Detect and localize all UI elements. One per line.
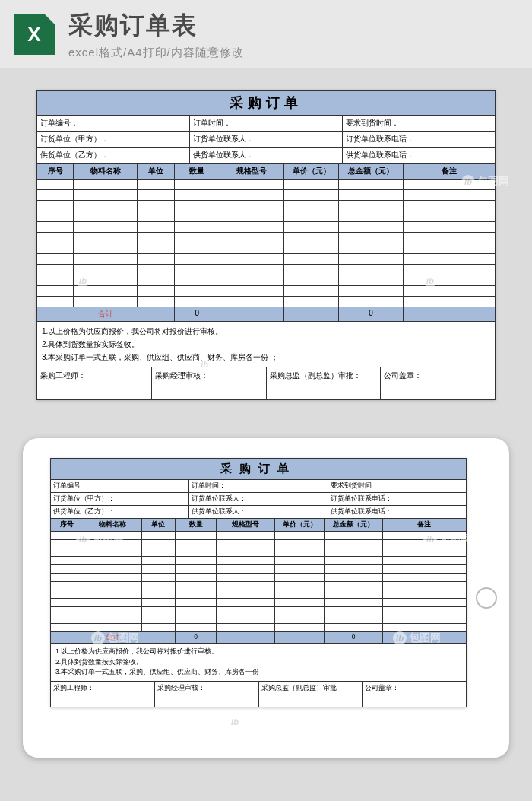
table-header: 序号 物料名称 单位 数量 规格型号 单价（元） 总金额（元） 备注 (37, 164, 495, 180)
table-cell (138, 211, 174, 221)
table-cell (176, 615, 217, 623)
table-cell (339, 297, 403, 307)
table-cell (51, 532, 84, 539)
table-cell (51, 615, 84, 623)
table-cell (217, 582, 274, 590)
table-cell (142, 590, 176, 598)
tablet-info-row-0: 订单编号： 订单时间： 要求到货时间： (51, 480, 466, 493)
note-1: 1.以上价格为供应商报价，我公司将对报价进行审核。 (42, 325, 490, 338)
t-col-qty: 数量 (176, 519, 217, 531)
table-row (51, 582, 466, 590)
table-cell (74, 180, 138, 189)
t-supplier-unit: 供货单位（乙方）： (51, 506, 189, 518)
table-cell (142, 548, 176, 556)
banner-text: 采购订单表 excel格式/A4打印/内容随意修改 (68, 9, 518, 60)
table-row (37, 211, 495, 222)
table-cell (138, 180, 174, 189)
table-cell (74, 265, 138, 275)
table-cell (275, 607, 325, 615)
table-cell (383, 615, 466, 623)
table-cell (84, 540, 142, 548)
total-qty: 0 (175, 307, 220, 321)
table-cell (404, 233, 495, 243)
table-cell (275, 548, 325, 556)
table-cell (37, 201, 74, 211)
table-cell (37, 222, 74, 232)
table-cell (220, 190, 284, 200)
table-cell (84, 615, 142, 623)
table-row (51, 599, 466, 607)
table-row (37, 180, 495, 190)
table-cell (74, 286, 138, 296)
col-name: 物料名称 (74, 164, 138, 179)
tablet-preview: 采购订单 订单编号： 订单时间： 要求到货时间： 订货单位（甲方）： 订货单位联… (23, 438, 509, 758)
total-price-blank (284, 307, 339, 321)
t-order-time: 订单时间： (189, 480, 328, 492)
table-cell (175, 201, 220, 211)
table-cell (138, 243, 174, 253)
table-cell (325, 607, 382, 615)
table-cell (339, 265, 403, 275)
table-cell (404, 275, 495, 285)
banner-subtitle: excel格式/A4打印/内容随意修改 (68, 46, 518, 60)
t-total-spec-blank (217, 632, 274, 643)
t-sig-stamp: 公司盖章： (363, 682, 466, 707)
table-cell (74, 201, 138, 211)
t-total-amount: 0 (325, 632, 382, 643)
table-cell (175, 275, 220, 285)
table-cell (404, 222, 495, 232)
table-cell (84, 599, 142, 606)
table-cell (339, 201, 403, 211)
table-cell (339, 180, 403, 189)
total-amount: 0 (339, 307, 403, 321)
table-cell (176, 574, 217, 581)
table-cell (325, 565, 382, 573)
table-cell (84, 590, 142, 598)
t-buyer-phone: 订货单位联系电话： (328, 493, 466, 505)
table-row (37, 222, 495, 233)
note-2: 2.具体到货数量按实际签收。 (42, 338, 490, 351)
table-cell (175, 286, 220, 296)
table-cell (275, 615, 325, 623)
table-cell (84, 607, 142, 615)
table-cell (220, 211, 284, 221)
table-cell (142, 624, 176, 631)
table-cell (339, 222, 403, 232)
table-cell (284, 201, 339, 211)
t-note-3: 3.本采购订单一式五联，采购、供应组、供应商、财务、库房各一份 ； (55, 667, 461, 678)
table-cell (383, 565, 466, 573)
table-cell (175, 190, 220, 200)
table-cell (339, 190, 403, 200)
tablet-home-icon (476, 587, 497, 609)
tablet-info-row-1: 订货单位（甲方）： 订货单位联系人： 订货单位联系电话： (51, 493, 466, 506)
table-cell (383, 607, 466, 615)
table-cell (176, 532, 217, 539)
table-cell (220, 286, 284, 296)
table-cell (51, 624, 84, 631)
table-cell (284, 254, 339, 264)
table-cell (220, 265, 284, 275)
buyer-phone-label: 订货单位联系电话： (343, 132, 495, 147)
table-cell (275, 624, 325, 631)
table-cell (217, 590, 274, 598)
table-cell (325, 574, 382, 581)
table-cell (217, 532, 274, 539)
t-note-1: 1.以上价格为供应商报价，我公司将对报价进行审核。 (55, 647, 461, 657)
table-cell (84, 565, 142, 573)
table-cell (217, 599, 274, 606)
col-spec: 规格型号 (220, 164, 284, 179)
table-cell (339, 254, 403, 264)
info-row-2: 供货单位（乙方）： 供货单位联系人： 供货单位联系电话： (37, 148, 495, 164)
table-cell (176, 607, 217, 615)
table-cell (275, 582, 325, 590)
table-cell (404, 190, 495, 200)
table-cell (284, 180, 339, 189)
table-cell (74, 275, 138, 285)
signature-row: 采购工程师： 采购经理审核： 采购总监（副总监）审批： 公司盖章： (37, 367, 495, 399)
table-cell (325, 624, 382, 631)
purchase-order-sheet: 采购订单 订单编号： 订单时间： 要求到货时间： 订货单位（甲方）： 订货单位联… (36, 90, 496, 400)
note-3: 3.本采购订单一式五联，采购、供应组、供应商、财务、库房各一份 ； (42, 351, 490, 364)
tablet-total-row: 合计 0 0 (51, 632, 466, 644)
table-cell (176, 548, 217, 556)
t-col-name: 物料名称 (84, 519, 142, 531)
